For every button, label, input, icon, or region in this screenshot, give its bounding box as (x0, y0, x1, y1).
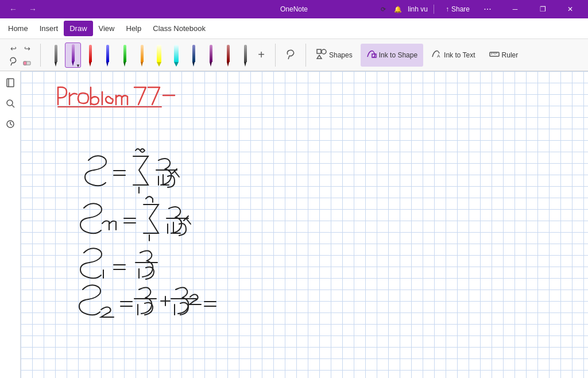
pen-cyan[interactable] (168, 43, 184, 68)
titlebar-right: ⟳ 🔔 linh vu ↑ Share ··· ─ ❐ ✕ (374, 0, 583, 18)
sync-icon: ⟳ (381, 6, 386, 13)
pen-green[interactable] (117, 43, 133, 68)
menu-help[interactable]: Help (121, 21, 148, 36)
svg-point-5 (322, 49, 326, 54)
select-eraser-row (7, 56, 33, 67)
share-label: Share (451, 5, 470, 13)
share-button[interactable]: ↑ Share (440, 3, 475, 16)
menu-class-notebook[interactable]: Class Notebook (147, 21, 211, 36)
titlebar-left: ← → (5, 3, 41, 16)
menu-view[interactable]: View (93, 21, 121, 36)
lasso-select-button[interactable] (280, 41, 301, 69)
sync-button[interactable]: ⟳ (378, 5, 388, 14)
user-area: ⟳ 🔔 linh vu ↑ Share ··· (374, 3, 501, 16)
redo-button[interactable]: ↪ (21, 43, 33, 55)
ribbon-divider-2 (275, 44, 276, 67)
ink-to-shape-icon (366, 49, 377, 61)
pen-tools-section: ▼ (45, 39, 270, 71)
eraser-button[interactable] (21, 56, 33, 67)
undo-redo-group: ↩ ↪ (7, 43, 33, 67)
lasso-icon (9, 57, 18, 66)
title-bar: ← → OneNote ⟳ 🔔 linh vu ↑ Share ··· ─ ❐ … (0, 0, 588, 18)
ruler-label: Ruler (502, 51, 519, 59)
app-title: OneNote (280, 5, 308, 13)
math-svg (21, 71, 588, 378)
svg-line-3 (288, 56, 289, 59)
search-icon (6, 99, 15, 110)
svg-rect-9 (490, 52, 499, 56)
lasso-select-icon (285, 49, 296, 61)
add-icon: + (258, 48, 265, 61)
restore-button[interactable]: ❐ (529, 0, 556, 18)
close-button[interactable]: ✕ (557, 0, 583, 18)
ribbon: ↩ ↪ (0, 39, 588, 71)
undo-redo-row: ↩ ↪ (7, 43, 33, 55)
ink-to-text-button[interactable]: A Ink to Text (425, 44, 481, 67)
problem-title (58, 87, 175, 107)
ink-to-text-label: Ink to Text (444, 51, 475, 59)
ruler-button[interactable]: Ruler (483, 44, 524, 67)
share-icon: ↑ (446, 5, 449, 13)
undo-button[interactable]: ↩ (7, 43, 20, 55)
ink-to-text-icon: A (431, 49, 442, 61)
bell-icon: 🔔 (394, 6, 402, 13)
svg-rect-2 (24, 61, 26, 65)
pen-red[interactable] (82, 43, 98, 68)
svg-rect-4 (317, 49, 321, 53)
pen-purple[interactable]: ▼ (65, 43, 81, 68)
pen-darkblue[interactable] (185, 43, 202, 68)
shapes-button[interactable]: Shapes (311, 44, 358, 67)
back-button[interactable]: ← (5, 3, 22, 16)
pen-blue[interactable] (99, 43, 115, 68)
menu-insert[interactable]: Insert (34, 21, 64, 36)
svg-line-17 (12, 105, 14, 107)
menu-home[interactable]: Home (2, 21, 34, 36)
eraser-icon (22, 57, 32, 66)
sidebar (0, 71, 21, 378)
pen-darkpurple[interactable] (203, 43, 219, 68)
pen-darkgray[interactable] (237, 43, 253, 68)
bell-button[interactable]: 🔔 (392, 5, 404, 14)
sidebar-recent[interactable] (2, 117, 18, 133)
menu-bar: Home Insert Draw View Help Class Noteboo… (0, 18, 588, 39)
more-options-button[interactable]: ··· (479, 3, 496, 16)
user-name: linh vu (408, 5, 428, 13)
svg-point-16 (7, 100, 13, 106)
svg-line-0 (11, 63, 12, 65)
pen-darkred[interactable] (220, 43, 236, 68)
shapes-icon (316, 49, 327, 61)
svg-marker-6 (317, 55, 322, 59)
menu-draw[interactable]: Draw (64, 21, 92, 36)
pen-black[interactable] (48, 43, 64, 68)
ink-to-shape-button[interactable]: Ink to Shape (361, 44, 423, 67)
forward-button[interactable]: → (24, 3, 41, 16)
svg-line-20 (10, 124, 12, 125)
recent-icon (6, 119, 15, 131)
svg-text:A: A (437, 53, 440, 59)
ribbon-divider-1 (40, 44, 41, 67)
pen-yellow[interactable] (151, 43, 167, 68)
shapes-label: Shapes (329, 51, 353, 59)
ink-to-shape-label: Ink to Shape (379, 51, 417, 59)
handwriting-area (21, 71, 588, 378)
minimize-button[interactable]: ─ (502, 0, 528, 18)
ribbon-divider-3 (305, 44, 306, 67)
select-button[interactable] (7, 56, 20, 67)
svg-rect-14 (7, 79, 14, 87)
sidebar-search[interactable] (2, 97, 18, 113)
notebooks-icon (5, 78, 16, 90)
note-content[interactable] (21, 71, 588, 378)
pen-orange[interactable] (134, 43, 150, 68)
sidebar-notebooks[interactable] (2, 76, 18, 92)
undo-redo-section: ↩ ↪ (5, 39, 36, 71)
titlebar-divider (434, 5, 434, 14)
ruler-icon (489, 49, 500, 61)
add-pen-button[interactable]: + (254, 41, 268, 69)
